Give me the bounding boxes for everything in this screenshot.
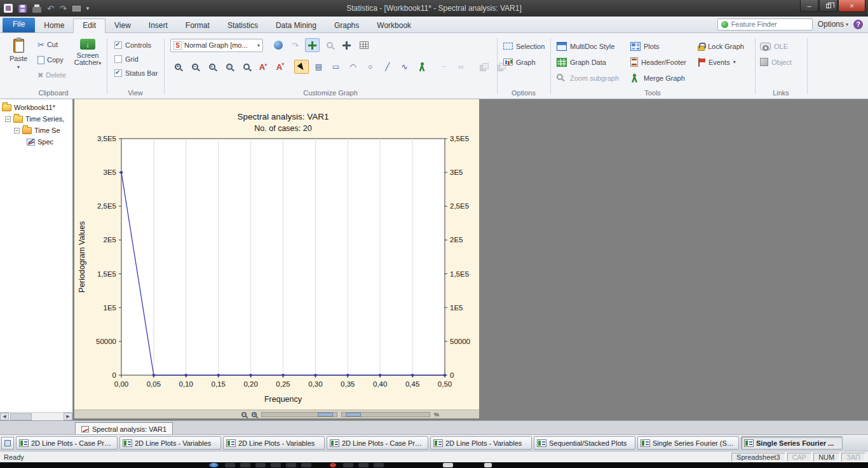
save-icon[interactable] bbox=[18, 4, 27, 13]
taskbar-app-icon[interactable] bbox=[330, 463, 336, 467]
taskbar-app-icon[interactable] bbox=[286, 463, 296, 467]
window-list-button[interactable] bbox=[1, 437, 14, 450]
delete-button[interactable]: ✖ Delete bbox=[36, 69, 68, 81]
object-button[interactable]: Object bbox=[760, 55, 792, 69]
tab-view[interactable]: View bbox=[105, 19, 140, 32]
zoom-in-icon[interactable]: + bbox=[170, 60, 185, 74]
taskbar-start-button[interactable] bbox=[209, 463, 219, 467]
app-logo-icon[interactable] bbox=[4, 4, 13, 13]
grid-checkbox[interactable] bbox=[114, 55, 122, 63]
feature-finder-input[interactable] bbox=[731, 20, 808, 28]
zoom-percent-icon[interactable]: % bbox=[434, 411, 439, 418]
taskbar-app-icon[interactable] bbox=[255, 463, 266, 467]
tree-item-spectral[interactable]: Spec bbox=[0, 136, 72, 148]
tree-item-time-se[interactable]: − Time Se bbox=[0, 125, 72, 136]
events-button[interactable]: Events ▾ bbox=[698, 55, 744, 69]
scroll-slider-thumb[interactable] bbox=[346, 413, 361, 416]
selection-button[interactable]: Selection bbox=[503, 39, 545, 53]
strip-zoom-in-icon[interactable]: + bbox=[252, 412, 257, 417]
draw-freehand-tool-icon[interactable]: ∿ bbox=[397, 60, 412, 74]
scroll-slider[interactable] bbox=[341, 412, 430, 417]
tab-workbook[interactable]: Workbook bbox=[368, 19, 420, 32]
screen-catcher-button[interactable]: Screen Catcher▾ bbox=[71, 36, 104, 66]
spacing-tool-icon[interactable]: ┄ bbox=[437, 60, 451, 74]
merge-graph-button[interactable]: Merge Graph bbox=[630, 71, 686, 85]
draw-line-tool-icon[interactable]: ╱ bbox=[380, 60, 395, 74]
paste-dropdown-icon[interactable]: ▾ bbox=[17, 64, 20, 70]
zoom-selection-icon[interactable] bbox=[322, 38, 337, 52]
window-button[interactable]: Single Series Fourier ... bbox=[741, 436, 843, 450]
options-menu[interactable]: Options ▾ bbox=[818, 20, 848, 29]
collapse-icon[interactable]: − bbox=[5, 116, 11, 122]
close-button[interactable]: × bbox=[838, 0, 865, 12]
taskbar-app-icon[interactable] bbox=[271, 463, 281, 467]
zoom-window-icon[interactable]: ▪ bbox=[205, 60, 219, 74]
window-button[interactable]: 2D Line Plots - Variables bbox=[430, 436, 532, 450]
window-button[interactable]: Single Series Fourier (Spec... bbox=[637, 436, 739, 450]
copy-button[interactable]: Copy bbox=[36, 53, 68, 66]
print-icon[interactable] bbox=[32, 7, 41, 13]
animate-graph-icon[interactable] bbox=[414, 60, 429, 74]
draw-arc-tool-icon[interactable]: ◠ bbox=[346, 60, 360, 74]
move-graph-icon[interactable] bbox=[339, 38, 354, 52]
window-button[interactable]: 2D Line Plots - Variables bbox=[223, 436, 325, 450]
graph-options-button[interactable]: Graph bbox=[503, 55, 545, 69]
tab-format[interactable]: Format bbox=[177, 19, 219, 32]
tree-item-time-series[interactable]: − Time Series, bbox=[0, 113, 72, 125]
taskbar-app-icon[interactable] bbox=[374, 463, 384, 467]
feature-finder-box[interactable] bbox=[717, 18, 813, 31]
graph-data-button[interactable]: Graph Data bbox=[557, 55, 619, 69]
tab-statistics[interactable]: Statistics bbox=[219, 19, 267, 32]
document-tab[interactable]: Spectral analysis: VAR1 bbox=[75, 422, 173, 435]
tab-data-mining[interactable]: Data Mining bbox=[267, 19, 325, 32]
zoom-slider[interactable] bbox=[261, 412, 337, 417]
events-dropdown-icon[interactable]: ▾ bbox=[733, 59, 736, 65]
tab-edit[interactable]: Edit bbox=[73, 18, 105, 33]
scroll-left-icon[interactable]: ◀ bbox=[0, 413, 9, 420]
window-button[interactable]: 2D Line Plots - Case Profiles bbox=[327, 436, 428, 450]
bring-to-front-icon[interactable] bbox=[476, 60, 491, 74]
window-button[interactable]: 2D Line Plots - Variables bbox=[119, 436, 221, 450]
plots-button[interactable]: Plots bbox=[630, 39, 686, 53]
taskbar-app-icon[interactable] bbox=[343, 463, 353, 467]
decrease-font-icon[interactable]: A▼ bbox=[273, 60, 288, 74]
collapse-icon[interactable]: − bbox=[14, 128, 20, 134]
redo-icon[interactable]: ↷ bbox=[60, 4, 67, 13]
ole-button[interactable]: OLE bbox=[760, 39, 792, 53]
status-bar-checkbox[interactable] bbox=[114, 69, 122, 77]
taskbar-tray-icon[interactable] bbox=[484, 463, 492, 467]
minimize-button[interactable]: – bbox=[800, 0, 818, 12]
window-button[interactable]: Sequential/Stacked Plots bbox=[534, 436, 635, 450]
graph-style-select[interactable]: S Normal Graph [mo... ▾ bbox=[170, 39, 263, 52]
proportional-view-icon[interactable] bbox=[356, 38, 371, 52]
link-objects-icon[interactable]: ∞ bbox=[454, 60, 468, 74]
increase-font-icon[interactable]: A▲ bbox=[256, 60, 271, 74]
window-button[interactable]: 2D Line Plots - Case Profiles bbox=[16, 436, 118, 450]
controls-checkbox[interactable] bbox=[114, 41, 122, 49]
taskbar-app-icon[interactable] bbox=[225, 463, 235, 467]
tree-item-workbook[interactable]: Workbook11* bbox=[0, 102, 72, 113]
help-icon[interactable]: ? bbox=[853, 20, 863, 29]
redo-view-icon[interactable]: ↷ bbox=[288, 38, 302, 52]
screen-icon[interactable] bbox=[72, 6, 81, 11]
grid-checkbox-row[interactable]: Grid bbox=[107, 52, 164, 66]
zoom-out-icon[interactable]: − bbox=[187, 60, 202, 74]
qat-customize-icon[interactable]: ▾ bbox=[86, 5, 90, 11]
taskbar-app-icon[interactable] bbox=[301, 463, 311, 467]
text-box-tool-icon[interactable]: ▤ bbox=[311, 60, 326, 74]
screen-catcher-dropdown-icon[interactable]: ▾ bbox=[98, 60, 101, 66]
strip-zoom-out-icon[interactable]: − bbox=[241, 412, 247, 417]
taskbar-app-icon[interactable] bbox=[358, 463, 369, 467]
world-zoom-icon[interactable] bbox=[271, 38, 285, 52]
draw-rect-tool-icon[interactable]: ▭ bbox=[329, 60, 343, 74]
multidoc-style-button[interactable]: MultiDoc Style bbox=[557, 39, 619, 53]
graph-style-dropdown-icon[interactable]: ▾ bbox=[257, 43, 260, 48]
controls-checkbox-row[interactable]: Controls bbox=[107, 38, 164, 52]
pointer-tool-icon[interactable] bbox=[294, 60, 309, 74]
zoom-all-icon[interactable]: ○ bbox=[222, 60, 236, 74]
cut-button[interactable]: ✂ Cut bbox=[36, 38, 68, 51]
tab-insert[interactable]: Insert bbox=[140, 19, 177, 32]
lock-graph-button[interactable]: Lock Graph bbox=[698, 39, 744, 53]
restore-button[interactable] bbox=[819, 0, 837, 12]
zoom-subgraph-button[interactable]: Zoom subgraph bbox=[557, 71, 619, 85]
